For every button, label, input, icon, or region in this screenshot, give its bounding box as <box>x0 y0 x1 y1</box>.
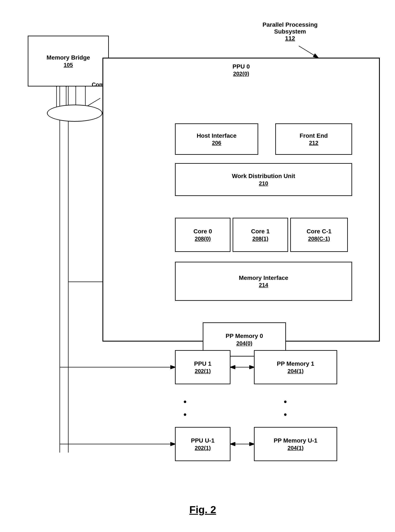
pp-memory1-box: PP Memory 1 204(1) <box>254 350 337 384</box>
corec1-box: Core C-1 208(C-1) <box>290 218 348 252</box>
corec1-id: 208(C-1) <box>308 235 330 242</box>
fig-label: Fig. 2 <box>160 504 245 515</box>
pp-memory1-id: 204(1) <box>287 368 303 374</box>
core0-id: 208(0) <box>195 235 211 242</box>
ppu1-box: PPU 1 202(1) <box>175 350 230 384</box>
front-end-title: Front End <box>300 132 328 140</box>
ppu-u1-box: PPU U-1 202(1) <box>175 427 230 461</box>
host-interface-title: Host Interface <box>197 132 237 140</box>
memory-interface-box: Memory Interface 214 <box>175 262 352 301</box>
pp-memory-u1-title: PP Memory U-1 <box>274 437 318 444</box>
ppu0-title: PPU 0 <box>233 63 250 70</box>
pp-memory0-id: 204(0) <box>236 340 252 347</box>
core0-box: Core 0 208(0) <box>175 218 230 252</box>
pp-mem-dots-1: • <box>284 397 288 407</box>
ppu0-id: 202(0) <box>233 71 249 77</box>
memory-bridge-box: Memory Bridge 105 <box>28 36 109 86</box>
host-interface-id: 206 <box>212 140 221 146</box>
pp-memory1-title: PP Memory 1 <box>277 360 314 368</box>
bus-ellipse <box>47 105 102 122</box>
memory-interface-title: Memory Interface <box>239 274 288 282</box>
ppu-u1-title: PPU U-1 <box>191 437 214 444</box>
corec1-title: Core C-1 <box>307 227 332 235</box>
pp-subsystem-text: Parallel ProcessingSubsystem <box>263 21 318 35</box>
work-distribution-box: Work Distribution Unit 210 <box>175 163 352 196</box>
svg-line-30 <box>299 46 318 58</box>
memory-bridge-title: Memory Bridge <box>47 54 90 61</box>
work-distribution-title: Work Distribution Unit <box>232 172 295 180</box>
diagram: Memory Bridge 105 CommunicationPath 113 … <box>0 0 395 532</box>
pp-memory-u1-box: PP Memory U-1 204(1) <box>254 427 337 461</box>
ppu-dots-2: • <box>184 410 188 420</box>
front-end-box: Front End 212 <box>275 123 352 155</box>
ppu1-id: 202(1) <box>195 368 211 374</box>
pp-memory-u1-id: 204(1) <box>287 445 303 451</box>
front-end-id: 212 <box>309 140 318 146</box>
host-interface-box: Host Interface 206 <box>175 123 258 155</box>
pp-subsystem-id: 112 <box>263 35 318 42</box>
memory-bridge-id: 105 <box>64 62 73 68</box>
core1-box: Core 1 208(1) <box>233 218 288 252</box>
ppu-dots-1: • <box>184 397 188 407</box>
ppu1-title: PPU 1 <box>194 360 211 368</box>
pp-memory0-title: PP Memory 0 <box>225 332 263 340</box>
core1-id: 208(1) <box>252 235 268 242</box>
work-distribution-id: 210 <box>259 180 268 187</box>
memory-interface-id: 214 <box>259 282 268 288</box>
core1-title: Core 1 <box>251 227 269 235</box>
ppu-u1-id: 202(1) <box>195 445 211 451</box>
parallel-processing-label: Parallel ProcessingSubsystem 112 <box>263 21 318 42</box>
pp-mem-dots-2: • <box>284 410 288 420</box>
core0-title: Core 0 <box>193 227 212 235</box>
